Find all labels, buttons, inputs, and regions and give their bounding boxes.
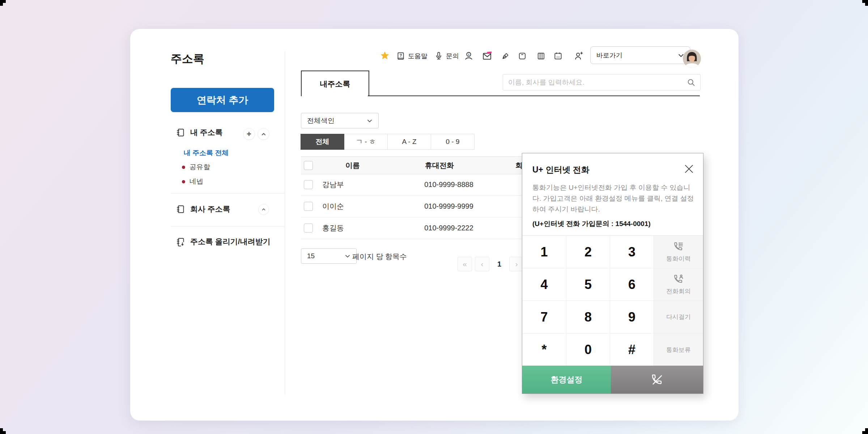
pen-icon[interactable]: [501, 51, 510, 61]
svg-text:?: ?: [400, 53, 402, 58]
filter-all-button[interactable]: 전체: [301, 134, 344, 150]
columns-icon[interactable]: [536, 51, 546, 61]
page-size-select[interactable]: 15: [301, 248, 357, 264]
function-label: 전화회의: [666, 287, 691, 295]
sidebar-item-label: 회사 주소록: [190, 204, 230, 214]
dial-keypad: 1 2 3 통화이력 4 5 6: [522, 235, 703, 366]
select-all-checkbox[interactable]: [304, 161, 313, 170]
tab-my-addressbook[interactable]: 내주소록: [301, 71, 369, 96]
row-checkbox[interactable]: [304, 202, 313, 211]
desktop-background: 주소록 연락처 추가 내 주소록 + 내 주소록 전체 공유할: [0, 0, 868, 434]
pagination-prev-button[interactable]: ‹: [475, 257, 489, 271]
sidebar-group-item[interactable]: 공유할: [182, 162, 210, 172]
calendar-icon[interactable]: [553, 51, 563, 61]
tab-label: 내주소록: [320, 79, 350, 89]
add-contact-button[interactable]: 연락처 추가: [171, 88, 274, 112]
dialog-title: U+ 인터넷 전화: [532, 164, 590, 175]
search-icon[interactable]: [686, 78, 700, 87]
dial-key-star[interactable]: *: [522, 333, 566, 366]
phone-history-icon: [673, 241, 684, 252]
dial-key-3[interactable]: 3: [610, 236, 654, 268]
page-title: 주소록: [171, 51, 204, 67]
close-icon[interactable]: [683, 163, 695, 175]
sidebar-item-my-addressbook-all[interactable]: 내 주소록 전체: [184, 148, 229, 158]
hangup-button[interactable]: [611, 366, 703, 393]
group-label: 공유할: [190, 162, 210, 172]
dial-key-5[interactable]: 5: [566, 268, 610, 301]
index-select[interactable]: 전체색인: [301, 113, 379, 128]
collapse-my-addressbook-button[interactable]: [258, 128, 269, 140]
corner-mark: [0, 0, 3, 6]
dial-key-7[interactable]: 7: [522, 301, 566, 333]
mail-icon[interactable]: [482, 51, 493, 61]
function-label: 다시걸기: [666, 313, 691, 321]
sidebar-item-import-export[interactable]: 주소록 올리기/내려받기: [175, 237, 271, 247]
call-hold-button[interactable]: 통화보류: [654, 333, 703, 366]
sidebar-item-my-addressbook[interactable]: 내 주소록: [175, 127, 223, 137]
settings-label: 환경설정: [551, 374, 583, 385]
sidebar-group-item[interactable]: 네넵: [182, 177, 203, 186]
row-checkbox[interactable]: [304, 180, 313, 189]
add-group-button[interactable]: +: [243, 128, 255, 140]
sidebar-divider: [171, 226, 285, 226]
filter-label: ㄱ - ㅎ: [356, 137, 376, 146]
page-size-value: 15: [307, 252, 315, 260]
index-filter-group: 전체 ㄱ - ㅎ A - Z 0 - 9: [301, 134, 475, 150]
filter-hangul-button[interactable]: ㄱ - ㅎ: [344, 134, 388, 150]
plus-icon: +: [247, 130, 251, 138]
filter-az-button[interactable]: A - Z: [387, 134, 431, 150]
sidebar-divider: [171, 193, 285, 193]
sidebar-item-company-addressbook[interactable]: 회사 주소록: [175, 204, 230, 214]
contact-mobile: 010-9999-2222: [402, 224, 496, 232]
chevron-down-icon: [367, 118, 373, 124]
group-label: 네넵: [190, 177, 203, 186]
dial-key-0[interactable]: 0: [566, 333, 610, 366]
settings-button[interactable]: 환경설정: [522, 366, 611, 393]
sidebar-item-label: 내 주소록: [190, 127, 223, 137]
dial-key-6[interactable]: 6: [610, 268, 654, 301]
contact-mobile: 010-9999-8888: [402, 180, 496, 189]
corner-mark: [0, 428, 3, 434]
row-checkbox[interactable]: [304, 224, 313, 233]
function-label: 통화보류: [666, 346, 691, 354]
column-header-name: 이름: [313, 161, 392, 170]
add-contact-label: 연락처 추가: [197, 94, 248, 107]
person-add-icon[interactable]: [574, 51, 584, 61]
conference-call-button[interactable]: 전화회의: [654, 268, 703, 301]
call-history-button[interactable]: 통화이력: [654, 236, 703, 268]
dial-key-hash[interactable]: #: [610, 333, 654, 366]
dial-key-4[interactable]: 4: [522, 268, 566, 301]
favorite-star-icon[interactable]: [380, 51, 390, 61]
sidebar-item-label: 주소록 올리기/내려받기: [190, 237, 271, 247]
sidebar-separator: [285, 51, 285, 394]
corner-mark: [865, 0, 868, 6]
shortcut-select-value: 바로가기: [596, 51, 622, 60]
inquiry-menu[interactable]: 문의: [434, 51, 459, 61]
collapse-company-addressbook-button[interactable]: [258, 204, 269, 215]
help-menu[interactable]: ? 도움말: [396, 51, 427, 61]
archive-box-icon[interactable]: [518, 51, 527, 61]
dial-key-9[interactable]: 9: [610, 301, 654, 333]
user-avatar[interactable]: [683, 50, 701, 68]
dialog-description: 통화기능은 U+인터넷전화 가입 후 이용할 수 있습니다. 가입고객은 아래 …: [532, 182, 695, 215]
search-box: [503, 74, 701, 90]
search-input[interactable]: [503, 78, 686, 86]
dial-key-8[interactable]: 8: [566, 301, 610, 333]
group-bullet-icon: [182, 180, 185, 183]
contact-mobile: 010-9999-9999: [402, 202, 496, 210]
redial-button[interactable]: 다시걸기: [654, 301, 703, 333]
voice-info-icon[interactable]: i: [464, 51, 474, 61]
dialer-actions: 환경설정: [522, 366, 703, 393]
filter-label: A - Z: [402, 138, 416, 146]
mic-icon: [434, 51, 443, 61]
help-label: 도움말: [408, 52, 427, 60]
addressbook-icon: [175, 204, 185, 214]
dial-key-2[interactable]: 2: [566, 236, 610, 268]
contact-name: 이이순: [313, 201, 402, 211]
dial-key-1[interactable]: 1: [522, 236, 566, 268]
corner-mark: [865, 428, 868, 434]
shortcut-select[interactable]: 바로가기: [590, 46, 690, 64]
filter-09-button[interactable]: 0 - 9: [431, 134, 475, 150]
app-window: 주소록 연락처 추가 내 주소록 + 내 주소록 전체 공유할: [130, 29, 739, 421]
pagination-first-button[interactable]: «: [458, 257, 472, 271]
